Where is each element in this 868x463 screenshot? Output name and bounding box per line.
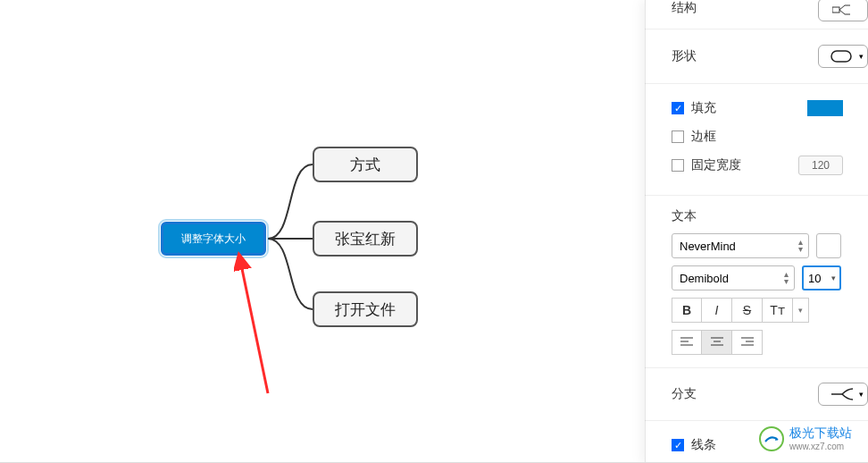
shape-label: 形状 <box>672 48 697 64</box>
fixed-width-label: 固定宽度 <box>691 157 741 173</box>
strikethrough-button[interactable]: S <box>732 298 763 323</box>
align-center-button[interactable] <box>702 330 732 355</box>
fill-color-swatch[interactable] <box>807 100 843 116</box>
child-node[interactable]: 打开文件 <box>313 291 418 327</box>
branch-style-icon <box>830 387 856 401</box>
svg-line-4 <box>839 10 845 14</box>
child-node-label: 打开文件 <box>335 299 396 320</box>
border-checkbox[interactable] <box>672 130 684 143</box>
svg-rect-2 <box>832 7 839 13</box>
watermark: 极光下载站 www.xz7.com <box>759 425 852 451</box>
format-panel: 结构 形状 ▾ ✓ 填充 边框 <box>645 0 868 463</box>
align-left-icon <box>680 337 693 348</box>
child-node-label: 方式 <box>350 155 380 175</box>
fill-label: 填充 <box>691 100 716 116</box>
border-label: 边框 <box>691 129 716 145</box>
font-size-input[interactable]: 10 ▾ <box>802 265 841 290</box>
fill-checkbox[interactable]: ✓ <box>672 102 684 114</box>
line-checkbox[interactable]: ✓ <box>672 439 684 451</box>
structure-label: 结构 <box>672 0 697 16</box>
align-center-icon <box>711 337 723 348</box>
watermark-name: 极光下载站 <box>789 425 852 442</box>
text-case-button[interactable]: Tᴛ <box>763 298 793 323</box>
branch-style-select[interactable]: ▾ <box>818 383 868 406</box>
child-node[interactable]: 方式 <box>313 147 418 182</box>
fixed-width-checkbox[interactable] <box>672 159 684 172</box>
svg-line-3 <box>839 5 845 10</box>
font-color-select[interactable] <box>816 233 841 258</box>
child-node[interactable]: 张宝红新 <box>313 221 418 257</box>
font-family-value: NeverMind <box>680 240 736 253</box>
bold-button[interactable]: B <box>672 298 702 323</box>
text-section-label: 文本 <box>672 208 841 224</box>
font-family-select[interactable]: NeverMind ▴▾ <box>672 233 809 258</box>
watermark-logo-icon <box>759 426 784 451</box>
align-right-button[interactable] <box>732 330 763 355</box>
watermark-url: www.xz7.com <box>789 442 852 451</box>
structure-icon <box>832 4 854 16</box>
font-weight-select[interactable]: Demibold ▴▾ <box>672 265 795 290</box>
svg-line-0 <box>241 265 268 393</box>
branch-label: 分支 <box>672 386 697 402</box>
font-weight-value: Demibold <box>680 272 729 285</box>
italic-button[interactable]: I <box>702 298 732 323</box>
font-size-value: 10 <box>808 272 821 285</box>
svg-rect-7 <box>831 51 851 62</box>
structure-select[interactable] <box>818 0 868 21</box>
child-node-label: 张宝红新 <box>335 229 396 249</box>
line-label: 线条 <box>691 437 716 453</box>
root-node[interactable]: 调整字体大小 <box>161 222 266 256</box>
root-node-label: 调整字体大小 <box>181 232 246 247</box>
align-left-button[interactable] <box>672 330 702 355</box>
align-right-icon <box>741 337 754 348</box>
mindmap-canvas[interactable]: 调整字体大小 方式 张宝红新 打开文件 <box>0 0 643 463</box>
fixed-width-input[interactable]: 120 <box>798 156 843 175</box>
shape-select[interactable]: ▾ <box>818 45 868 68</box>
more-text-button[interactable]: ▾ <box>793 298 809 323</box>
shape-icon <box>830 50 855 63</box>
